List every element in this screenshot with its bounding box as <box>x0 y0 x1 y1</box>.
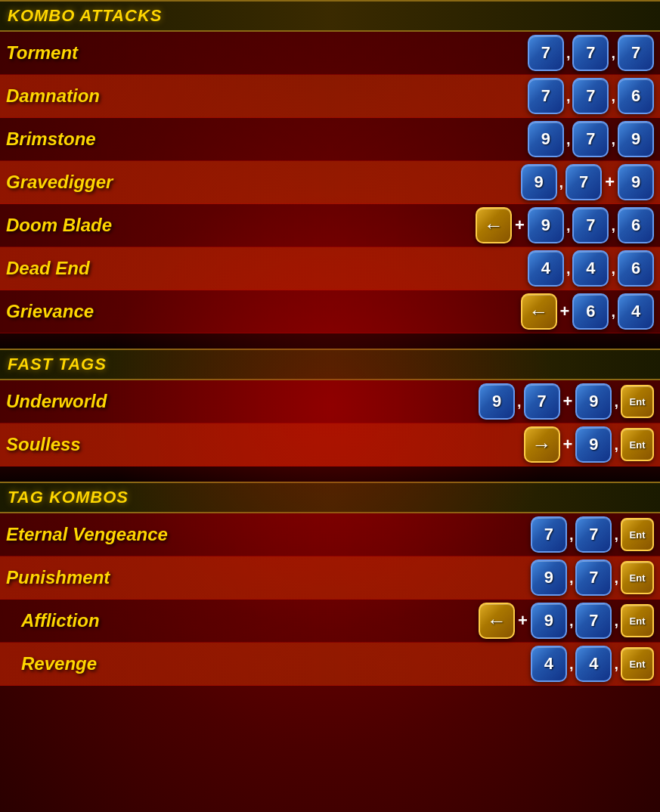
button-blue[interactable]: 7 <box>618 35 654 71</box>
button-arrow-right[interactable] <box>524 426 560 463</box>
move-name: Torment <box>6 42 78 64</box>
input-sequence: 7,7,7 <box>528 35 654 71</box>
separator: , <box>614 436 618 454</box>
plus-sign: + <box>560 302 570 321</box>
app-container: KOMBO ATTACKSTorment7,7,7Damnation7,7,6B… <box>0 0 660 686</box>
separator: , <box>566 217 571 234</box>
separator: , <box>517 393 522 411</box>
input-sequence: +9,7,6 <box>476 207 654 243</box>
button-blue[interactable]: 4 <box>618 293 654 330</box>
button-blue[interactable]: 9 <box>531 603 567 639</box>
button-blue[interactable]: 4 <box>572 250 609 287</box>
move-name: Eternal Vengeance <box>6 524 168 545</box>
button-blue[interactable]: 7 <box>565 164 602 200</box>
button-blue[interactable]: 7 <box>572 207 609 243</box>
separator: , <box>569 526 574 544</box>
button-blue[interactable]: 4 <box>528 250 564 287</box>
button-blue[interactable]: 7 <box>575 559 612 596</box>
button-ent[interactable]: Ent <box>621 647 654 680</box>
button-blue[interactable]: 4 <box>575 646 612 682</box>
button-ent[interactable]: Ent <box>621 518 654 551</box>
input-sequence: 9,7,Ent <box>531 559 654 596</box>
separator: , <box>566 260 571 277</box>
button-blue[interactable]: 6 <box>572 293 609 330</box>
input-sequence: 9,7+9 <box>521 164 654 200</box>
separator: , <box>611 88 615 105</box>
button-ent[interactable]: Ent <box>621 385 654 418</box>
move-name: Soulless <box>6 434 81 455</box>
section-spacer <box>0 333 660 349</box>
button-blue[interactable]: 7 <box>528 78 564 114</box>
button-blue[interactable]: 6 <box>618 207 654 243</box>
button-arrow-left[interactable] <box>476 207 512 243</box>
move-row: Gravedigger9,7+9 <box>0 161 660 204</box>
separator: , <box>566 131 571 148</box>
button-blue[interactable]: 9 <box>528 121 564 157</box>
button-blue[interactable]: 7 <box>572 35 609 71</box>
plus-sign: + <box>515 215 525 235</box>
move-name: Affliction <box>6 610 100 631</box>
separator: , <box>614 612 618 630</box>
button-blue[interactable]: 9 <box>528 207 564 243</box>
move-row: Dead End4,4,6 <box>0 247 660 290</box>
move-name: Dead End <box>6 258 90 279</box>
separator: , <box>614 655 618 673</box>
button-blue[interactable]: 9 <box>531 559 567 596</box>
button-blue[interactable]: 7 <box>531 516 567 553</box>
input-sequence: 7,7,Ent <box>531 516 654 553</box>
separator: , <box>611 131 615 148</box>
button-blue[interactable]: 7 <box>575 603 612 639</box>
move-name: Doom Blade <box>6 215 112 236</box>
separator: , <box>569 569 574 587</box>
button-blue[interactable]: 9 <box>521 164 557 200</box>
button-blue[interactable]: 7 <box>572 121 609 157</box>
section-header-fast-tags: FAST TAGS <box>0 349 660 380</box>
separator: , <box>614 393 618 411</box>
button-ent[interactable]: Ent <box>621 561 654 594</box>
move-row: Underworld9,7+9,Ent <box>0 380 660 423</box>
move-row: Punishment9,7,Ent <box>0 556 660 600</box>
plus-sign: + <box>563 435 573 454</box>
separator: , <box>611 217 615 234</box>
move-name: Damnation <box>6 85 100 107</box>
section-header-tag-kombos: TAG KOMBOS <box>0 482 660 513</box>
button-blue[interactable]: 4 <box>531 646 567 682</box>
button-blue[interactable]: 6 <box>618 250 654 287</box>
plus-sign: + <box>605 172 615 192</box>
separator: , <box>559 174 564 191</box>
button-blue[interactable]: 6 <box>618 78 654 114</box>
move-row: Brimstone9,7,9 <box>0 118 660 161</box>
button-blue[interactable]: 7 <box>524 383 560 420</box>
move-name: Revenge <box>6 653 97 674</box>
move-name: Brimstone <box>6 129 96 150</box>
separator: , <box>614 569 618 587</box>
move-name: Punishment <box>6 567 110 588</box>
button-ent[interactable]: Ent <box>621 428 654 461</box>
move-name: Grievance <box>6 301 94 322</box>
button-blue[interactable]: 9 <box>618 121 654 157</box>
button-blue[interactable]: 9 <box>618 164 654 200</box>
separator: , <box>566 45 571 62</box>
input-sequence: 9,7,9 <box>528 121 654 157</box>
separator: , <box>569 655 574 673</box>
button-blue[interactable]: 7 <box>575 516 612 553</box>
button-blue[interactable]: 7 <box>572 78 609 114</box>
button-arrow-left[interactable] <box>521 293 557 330</box>
button-blue[interactable]: 9 <box>575 426 612 463</box>
button-arrow-left[interactable] <box>479 603 515 639</box>
button-blue[interactable]: 9 <box>479 383 515 420</box>
separator: , <box>566 88 571 105</box>
move-row: Affliction+9,7,Ent <box>0 600 660 643</box>
section-spacer <box>0 466 660 482</box>
input-sequence: 7,7,6 <box>528 78 654 114</box>
move-row: Damnation7,7,6 <box>0 75 660 118</box>
move-name: Underworld <box>6 391 107 412</box>
plus-sign: + <box>563 392 573 411</box>
button-blue[interactable]: 9 <box>575 383 612 420</box>
separator: , <box>611 260 615 277</box>
separator: , <box>569 612 574 630</box>
button-ent[interactable]: Ent <box>621 604 654 637</box>
button-blue[interactable]: 7 <box>528 35 564 71</box>
move-row: Revenge4,4,Ent <box>0 643 660 686</box>
input-sequence: 4,4,Ent <box>531 646 654 682</box>
